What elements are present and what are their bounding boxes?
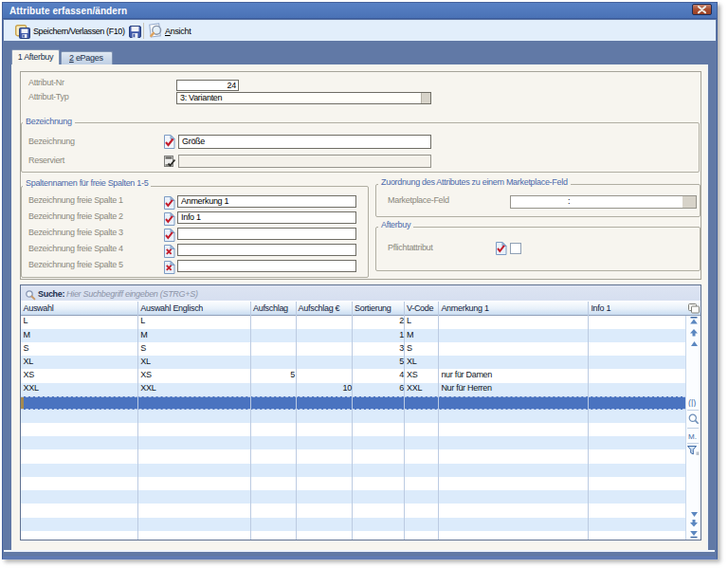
svg-text:M.: M. bbox=[688, 432, 697, 441]
svg-text:(|): (|) bbox=[688, 398, 696, 408]
